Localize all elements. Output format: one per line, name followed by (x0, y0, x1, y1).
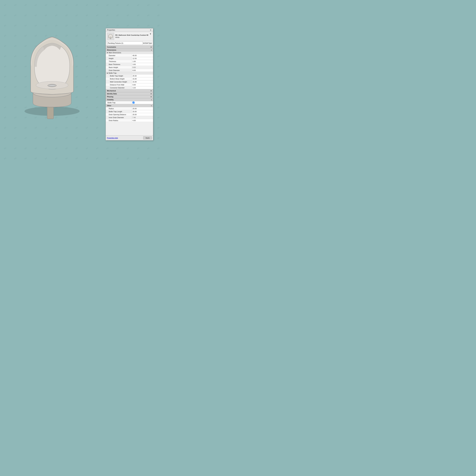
drain-opening-distance-label: Drain Opening Distance (106, 113, 132, 116)
vis-bottle-trap-checkbox-cell (132, 101, 153, 104)
basin-height-row: Basin Height 9.50 (106, 66, 153, 69)
vis-bottle-trap-checkbox[interactable] (133, 102, 135, 103)
base-thickness-row: Base Thickness 3.00 (106, 63, 153, 66)
type-selector-row: Plumbing Fixtures (1) ⊞ Edit Type (106, 41, 153, 46)
dimensions-section-header[interactable]: Dimensions ∧ (106, 49, 153, 51)
svg-point-6 (49, 85, 55, 86)
mechanical-section-header[interactable]: Mechanical ≫ (106, 89, 153, 92)
bottle-trap-length-row: Bottle Trap Length 20.00 (106, 110, 153, 113)
drain-opening-distance-value[interactable]: 20.00 (132, 113, 153, 116)
panel-body[interactable]: Constraints ≫ Dimensions ∧ ▶ Main Dimens… (106, 46, 153, 135)
mechanical-label: Mechanical (107, 90, 116, 92)
drain-diameter-row: Drain Diameter 8.00 (106, 69, 153, 72)
phasing-collapse-icon: ≫ (150, 96, 152, 98)
other-label: Other (107, 105, 111, 106)
connector-diameter-value[interactable]: 3.20 (132, 86, 153, 89)
thickness-row: Thickness 1.00 (106, 60, 153, 63)
identity-data-section-header[interactable]: Identity Data ≫ (106, 92, 153, 95)
item-icon (107, 33, 114, 40)
panel-titlebar: Properties ✕ (106, 28, 153, 32)
type-dropdown[interactable]: Plumbing Fixtures (1) (107, 41, 143, 45)
phasing-section-header[interactable]: Phasing ≫ (106, 95, 153, 98)
panel-title-label: Properties (107, 29, 115, 31)
thickness-label: Thickness (106, 60, 132, 63)
vis-bottle-trap-label: Bottle Trap (106, 102, 132, 104)
bottle-trap-height-label: Bottle Trap Height (106, 75, 132, 77)
edit-type-button[interactable]: ⊞ Edit Type (143, 42, 152, 44)
wall-connection-height-label: Wall Connection Height (106, 81, 132, 83)
radius-label: Radius (106, 107, 132, 110)
base-thickness-value[interactable]: 3.00 (132, 63, 153, 66)
wall-connection-height-row: Wall Connection Height 15.00 (106, 80, 153, 83)
visibility-bottle-trap-row: Bottle Trap (106, 101, 153, 104)
properties-panel: Properties ✕ RD_Bathroom Sink Countertop… (106, 28, 153, 140)
bottle-trap-arrow-icon: ▶ (107, 72, 108, 74)
expand-arrow-icon: ▶ (107, 52, 108, 53)
drain-diameter-label: Drain Diameter (106, 69, 132, 71)
bottle-trap-expand[interactable]: ▶ Bottle Trap (106, 72, 153, 74)
drain-diameter-value[interactable]: 8.00 (132, 69, 153, 71)
bottom-body-height-value[interactable]: 15.00 (132, 78, 153, 80)
drain-radius-label: Drain Radius (106, 119, 132, 122)
svg-rect-8 (110, 38, 111, 39)
basin-height-value: 9.50 (132, 66, 153, 68)
item-name: RD_Bathroom Sink Countertop Custom 08 (115, 34, 148, 36)
main-dimensions-expand[interactable]: ▶ Main Dimensions (106, 51, 153, 54)
height-row: Height 12.50 (106, 57, 153, 60)
inner-drain-diameter-row: Inner Drain Diameter 7.40 (106, 116, 153, 119)
radius-row: Radius 20.00 (106, 107, 153, 110)
constraints-collapse-icon: ≫ (150, 46, 152, 48)
identity-data-label: Identity Data (107, 93, 117, 95)
visibility-label: Visibility (107, 99, 114, 101)
panel-footer: Properties help Apply (106, 135, 153, 140)
close-button[interactable]: ✕ (150, 29, 152, 31)
apply-button[interactable]: Apply (143, 136, 152, 139)
other-collapse-icon: ∧ (151, 105, 152, 106)
distance-from-wall-row: Distance From Wall 0.00 (106, 83, 153, 86)
thickness-value[interactable]: 1.00 (132, 60, 153, 63)
bottom-body-height-label: Bottom Body Height (106, 78, 132, 80)
dimensions-collapse-icon: ∧ (151, 49, 152, 51)
inner-drain-diameter-value: 7.40 (132, 116, 153, 119)
height-label: Height (106, 57, 132, 60)
diameter-row: Diameter 40.00 (106, 54, 153, 57)
radius-value[interactable]: 20.00 (132, 107, 153, 110)
dimensions-label: Dimensions (107, 49, 116, 51)
drain-radius-value[interactable]: 4.00 (132, 119, 153, 122)
main-dimensions-label: Main Dimensions (109, 52, 121, 53)
bottom-body-height-row: Bottom Body Height 15.00 (106, 77, 153, 80)
inner-drain-diameter-label: Inner Drain Diameter (106, 116, 132, 119)
bottle-trap-length-value[interactable]: 20.00 (132, 110, 153, 113)
wall-connection-height-value[interactable]: 15.00 (132, 81, 153, 83)
spacer (106, 122, 153, 126)
help-link[interactable]: Properties help (107, 137, 118, 139)
drain-opening-distance-row: Drain Opening Distance 20.00 (106, 113, 153, 116)
panel-header: RD_Bathroom Sink Countertop Custom 08 Wh… (106, 32, 153, 41)
item-subtitle: White (115, 36, 148, 38)
connector-diameter-label: Connector Diameter (106, 86, 132, 89)
drain-radius-row: Drain Radius 4.00 (106, 119, 153, 122)
distance-from-wall-label: Distance From Wall (106, 84, 132, 86)
base-thickness-label: Base Thickness (106, 63, 132, 66)
basin-height-label: Basin Height (106, 66, 132, 68)
bottle-trap-height-value[interactable]: 25.50 (132, 75, 153, 77)
mechanical-collapse-icon: ≫ (150, 90, 152, 92)
diameter-value[interactable]: 40.00 (132, 54, 153, 57)
edit-type-icon: ⊞ (143, 42, 145, 44)
item-info: RD_Bathroom Sink Countertop Custom 08 Wh… (115, 34, 148, 39)
distance-from-wall-value[interactable]: 0.00 (132, 84, 153, 86)
identity-data-collapse-icon: ≫ (150, 93, 152, 95)
bottle-trap-label: Bottle Trap (109, 72, 117, 74)
constraints-label: Constraints (107, 46, 116, 48)
dropdown-arrow-icon[interactable]: ▼ (150, 33, 152, 35)
spacer-2 (106, 126, 153, 131)
constraints-section-header[interactable]: Constraints ≫ (106, 46, 153, 49)
bottle-trap-length-label: Bottle Trap Length (106, 110, 132, 113)
diameter-label: Diameter (106, 54, 132, 57)
other-section-header[interactable]: Other ∧ (106, 104, 153, 107)
height-value[interactable]: 12.50 (132, 57, 153, 60)
visibility-collapse-icon: ∧ (151, 99, 152, 101)
connector-diameter-row: Connector Diameter 3.20 (106, 86, 153, 89)
phasing-label: Phasing (107, 96, 113, 98)
visibility-section-header[interactable]: Visibility ∧ (106, 98, 153, 101)
